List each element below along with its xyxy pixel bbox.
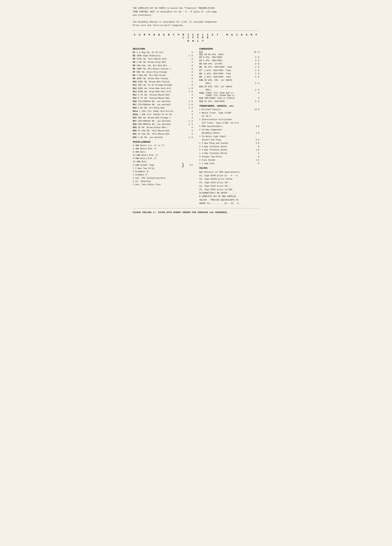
resistor-s [187,61,190,64]
trans-desc: 3 Way Terminal Block [202,145,252,149]
valves-text: New Mullard (or BVA equivalents).V1, Typ… [199,170,259,205]
resistor-label: R17 270/300ohm 5W. (as marked) [133,103,187,106]
resistor-row: R3 470K ½W. Yell-Mauve-Yell 4 [133,57,193,61]
resistor-label: R21b ) 33K (for 15ohm) Or-Or-Or. [133,113,187,116]
trans-qty [199,131,202,135]
intro-line4: The Assembly Manual is available for 1/3… [133,21,217,23]
resistor-s [187,129,190,132]
resistor-label: R31 47 ohm ½W. Yell-Mauve-Blk [133,132,187,136]
cond-d: 6 [257,88,259,91]
resistor-row: R30 47 ohm ½W. Yell-Mauve-Blk 4 [133,129,193,132]
resistor-d: 0 [190,90,193,93]
resistor-d: 4 [190,84,193,87]
trans-d: 0 [257,131,259,135]
condenser-row: 50V). 2 6 [199,88,259,91]
resistors-header: RESISTORS [133,48,193,50]
trans-s: 12 [252,108,257,111]
resistor-row: R7 68K ½W. Blue-Grey-Orange 4 [133,71,193,74]
transformer-row: 1 1 amp Fuse 6 [199,162,259,165]
trans-d: 6 [257,142,259,145]
cond-label: C14 32 mfd. 350/450V. [199,100,253,103]
trans-d: 0 [257,148,259,152]
c1c2-d: 0 [257,51,259,56]
trans-qty: 1 [199,162,202,165]
misc-item: 4 4BA Bolts R/H. ¼" [133,147,181,150]
misc-item: 4 6BA Bolts R/H. ½" [133,157,181,160]
trans-d [257,121,259,125]
misc-brace-group: 4 4BA Bolts c/s. ⅜" or ½"4 4BA Bolts R/H… [133,144,193,186]
valve-line: ABOVE for ......... £2 - 14 - 3. [199,202,259,205]
trans-s [252,121,257,125]
cond-s: 1 [253,75,256,79]
resistor-row: R1 3.3 Meg ½W. Or-Or-Grn. 4 [133,51,193,54]
valve-line: VALVES - PRECISE EQUIVALENTS TO [199,198,259,202]
footer-text: PLEASE INCLUDE 1/- EXTRA WITH SUNDRY ORD… [133,211,259,214]
valve-line: A COMPLETE SET OF NEW SURPLUS [199,195,259,198]
resistor-s: 1 [187,90,190,93]
condenser-row: C6 .05 mfd. 350/500V. Tube 1 0 [199,65,259,69]
resistor-d: 6 [190,100,193,103]
cond-d: 6 [257,56,259,59]
trans-qty [199,115,202,118]
cond-d [257,79,259,82]
intro-line1: THE COMPLETE KIT OF PARTS to build the "… [133,7,216,9]
trans-d [257,111,259,115]
cond-s [253,97,256,100]
resistor-row: R9 100K ½W. Brown-Blk-Yellow 4 [133,77,193,80]
sub-title: O N L Y [133,40,259,42]
trans-s [252,128,257,132]
condenser-row: C7 .1 mfd. 350/450V. Tube 1 0 [199,69,259,72]
resistor-row: R27 250/300ohm 3W. (as marked) 1 3 [133,119,193,123]
trans-desc: 5 Way Plug and Socket [202,142,252,145]
transformer-row: Socket and Plug 2 6 [199,138,259,142]
resistor-s [187,80,190,84]
trans-s [252,115,257,118]
resistor-d: 4 [190,80,193,84]
trans-desc: Single Tag Posts [202,155,252,159]
resistor-d: 4 [190,113,193,116]
cond-label: C4 8 mfd. 350/450V. [199,59,253,62]
resistor-d: 4 [190,77,193,80]
resistor-row: R8 1 Meg ½W. Brn-Blk-Green 4 [133,74,193,77]
resistor-row: R16 270/300ohm 5W. (as marked) 1 6 [133,100,193,103]
trans-desc: Mains Trans. Type 5/10M [202,111,252,115]
condenser-row: 50V). 2 6 [199,82,259,85]
resistor-row: R6 100K ½W. Brn-Black-Yellow ✶ 4 [133,67,193,71]
resistor-s: 1 [187,106,190,110]
trans-d: 4 [257,152,259,155]
resistor-s [187,84,190,87]
trans-d [257,135,259,138]
trans-qty [199,121,202,125]
trans-qty: 1 [199,142,202,145]
cond-label: C8 .1 mfd. 350/450V. Tube [199,72,253,75]
intro-text2: The Assembly Manual is available for 1/3… [133,20,259,27]
trans-desc: Electrovoice Ultralinear [202,118,252,121]
misc-label: 1 Grommet ⅝" [133,173,181,176]
trans-s [252,152,257,155]
resistor-s [187,64,190,67]
misc-label: 16 6BA Nuts [133,160,181,163]
misc-label: 4 6BA Bolts R/H. ½" [133,157,181,160]
trans-s [252,162,257,165]
resistor-d: 4 [190,71,193,74]
cond-s: 3 [253,62,256,65]
transformer-row: £1 18 6 [199,115,259,118]
resistor-s: 1 [187,87,190,90]
trans-s: 2 [252,131,257,135]
condenser-c1c2-group: C1) C2) 50-50 mfd. 350V. 16 0 [199,51,259,56]
resistor-s [187,71,190,74]
resistor-label: R7 68K ½W. Blue-Grey-Orange [133,71,187,74]
cond-s: 5 [253,100,256,103]
trans-s [252,135,257,138]
cond-label: C6 .05 mfd. 350/500V. Tube [199,65,253,69]
cond-d: 0 [257,75,259,79]
resistor-d: 4 [190,67,193,71]
transformer-row: O/P Trans. Type 5/10P. £1-5-6 [199,121,259,125]
trans-desc: £1 18 6 [202,115,252,118]
resistor-label: R9 100K ½W. Brown-Blk-Yellow [133,77,187,80]
cond-s: 1 [253,69,256,72]
resistor-d: 4 [190,126,193,129]
misc-brace-char: } [182,144,184,186]
trans-d: 9 [257,125,259,128]
c12-label: C12) 270pF (for 3ohm Spk's) 120pF (for 1… [199,92,253,97]
